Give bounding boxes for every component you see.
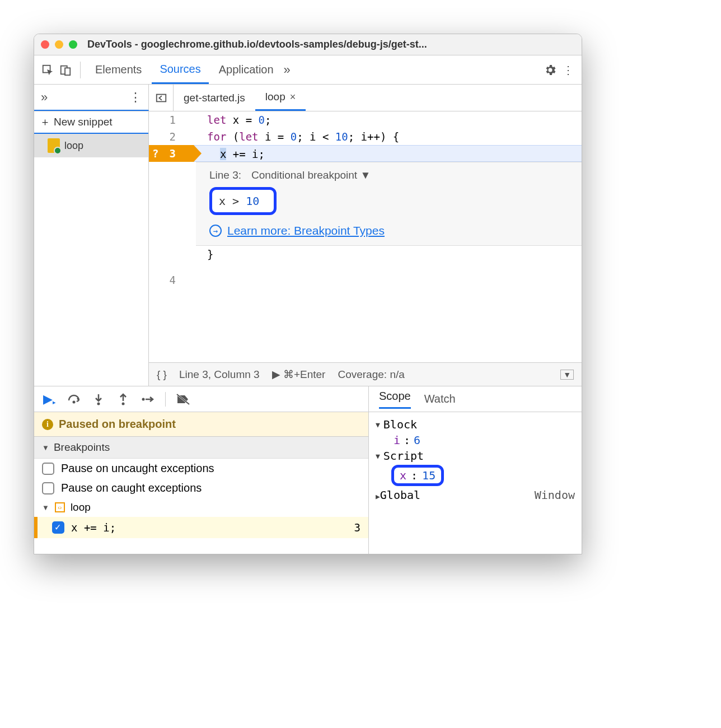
step-over-icon[interactable] — [67, 392, 81, 407]
info-icon: i — [42, 419, 53, 430]
scope-block[interactable]: ▼Block — [376, 417, 575, 432]
paused-text: Paused on breakpoint — [59, 418, 176, 431]
chevron-down-icon: ▼ — [42, 444, 49, 452]
learn-more-link[interactable]: Learn more: Breakpoint Types — [227, 224, 385, 237]
debug-toolbar: ▶▸ — [34, 386, 368, 412]
pause-caught-checkbox[interactable]: Pause on caught exceptions — [34, 478, 368, 498]
sidebar-header: » ⋮ — [34, 85, 149, 111]
file-tab-get-started[interactable]: get-started.js — [174, 85, 255, 111]
file-tab-label: loop — [265, 91, 285, 103]
arrow-right-circle-icon: → — [209, 225, 222, 237]
code-lines[interactable]: let x = 0; for (let i = 0; i < 10; i++) … — [194, 111, 582, 362]
debugger-panel: ▶▸ i Paused on breakpoint ▼ Breakpoints … — [34, 386, 582, 554]
main-body: ＋ New snippet loop 1 2 3 4 let x = 0; — [34, 111, 582, 386]
snippet-file-icon — [48, 138, 60, 153]
window-title: DevTools - googlechrome.github.io/devtoo… — [87, 39, 427, 50]
sidebar-expand-icon[interactable]: » — [41, 90, 48, 105]
titlebar: DevTools - googlechrome.github.io/devtoo… — [34, 34, 582, 55]
run-snippet-hint[interactable]: ▶ ⌘+Enter — [272, 368, 326, 381]
bp-condition-input[interactable]: x > 10 — [209, 187, 277, 215]
step-into-icon[interactable] — [91, 392, 106, 407]
breakpoint-group[interactable]: ▼ ‹› loop — [34, 498, 368, 517]
coverage-status: Coverage: n/a — [338, 368, 404, 381]
resume-icon[interactable]: ▶▸ — [42, 392, 57, 407]
line-number[interactable]: 4 — [149, 272, 194, 288]
breakpoint-entry[interactable]: x += i; 3 — [34, 517, 368, 538]
line-gutter[interactable]: 1 2 3 4 — [149, 111, 194, 362]
svg-point-6 — [122, 402, 125, 405]
pretty-print-icon[interactable]: { } — [157, 368, 167, 381]
more-tabs-icon[interactable]: » — [284, 63, 291, 77]
svg-point-7 — [142, 398, 145, 400]
breakpoint-code: x += i; — [71, 521, 116, 534]
sidebar-menu-icon[interactable]: ⋮ — [129, 90, 142, 105]
new-snippet-button[interactable]: ＋ New snippet — [34, 111, 148, 134]
file-tab-loop[interactable]: loop × — [255, 85, 306, 111]
scope-script[interactable]: ▼Script — [376, 448, 575, 464]
drawer-toggle-icon[interactable]: ▼ — [560, 370, 574, 380]
line-number[interactable]: 2 — [149, 128, 194, 145]
chevron-down-icon: ▼ — [42, 503, 49, 512]
snippet-badge-icon: ‹› — [55, 502, 65, 512]
scope-tabbar: Scope Watch — [369, 386, 582, 412]
svg-rect-2 — [65, 68, 70, 75]
kebab-menu-icon[interactable]: ⋮ — [560, 62, 576, 78]
close-icon[interactable]: × — [290, 91, 296, 103]
svg-point-5 — [97, 402, 100, 405]
code-line: let x = 0; — [194, 111, 582, 128]
breakpoint-editor: Line 3: Conditional breakpoint ▼ x > 10 … — [196, 162, 582, 246]
svg-rect-3 — [156, 94, 166, 101]
nav-back-icon[interactable] — [149, 85, 174, 111]
breakpoint-line: 3 — [354, 521, 360, 534]
code-area[interactable]: 1 2 3 4 let x = 0; for (let i = 0; i < 1… — [149, 111, 582, 362]
svg-point-4 — [73, 400, 76, 403]
file-tab-label: get-started.js — [184, 92, 245, 104]
snippet-item-label: loop — [64, 140, 83, 152]
pause-uncaught-checkbox[interactable]: Pause on uncaught exceptions — [34, 459, 368, 478]
snippet-item-loop[interactable]: loop — [34, 134, 148, 157]
step-icon[interactable] — [141, 392, 155, 407]
maximize-window-icon[interactable] — [69, 40, 77, 49]
line-number-breakpoint[interactable]: 3 — [149, 145, 194, 162]
bp-line-label: Line 3: — [209, 169, 241, 181]
checkbox-checked-icon[interactable] — [52, 521, 64, 534]
step-out-icon[interactable] — [116, 392, 130, 407]
code-editor: 1 2 3 4 let x = 0; for (let i = 0; i < 1… — [149, 111, 582, 386]
plus-icon: ＋ — [40, 115, 50, 129]
scope-var-i: i: 6 — [376, 432, 575, 448]
scope-panel: Scope Watch ▼Block i: 6 ▼Script x: 15 ▶G… — [369, 386, 582, 554]
debug-left: ▶▸ i Paused on breakpoint ▼ Breakpoints … — [34, 386, 369, 554]
editor-statusbar: { } Line 3, Column 3 ▶ ⌘+Enter Coverage:… — [149, 362, 582, 386]
tab-elements[interactable]: Elements — [87, 55, 149, 84]
deactivate-breakpoints-icon[interactable] — [176, 392, 190, 407]
checkbox-icon[interactable] — [42, 482, 54, 494]
code-line: for (let i = 0; i < 10; i++) { — [194, 128, 582, 145]
tab-scope[interactable]: Scope — [379, 390, 411, 409]
checkbox-icon[interactable] — [42, 463, 54, 475]
snippets-sidebar: ＋ New snippet loop — [34, 111, 149, 386]
code-line: } — [194, 246, 582, 263]
close-window-icon[interactable] — [41, 40, 49, 49]
bp-type-dropdown[interactable]: Conditional breakpoint ▼ — [251, 169, 371, 181]
scope-var-x: x: 15 — [376, 464, 575, 487]
gear-icon[interactable] — [542, 62, 558, 78]
tab-sources[interactable]: Sources — [152, 55, 208, 84]
cursor-position: Line 3, Column 3 — [179, 368, 260, 381]
main-tabbar: Elements Sources Application » ⋮ — [34, 55, 582, 85]
inspect-icon[interactable] — [40, 62, 55, 78]
new-snippet-label: New snippet — [54, 116, 113, 128]
tab-application[interactable]: Application — [211, 55, 282, 84]
scope-global[interactable]: ▶Global Window — [376, 487, 575, 503]
window-controls — [41, 40, 77, 49]
line-number[interactable]: 1 — [149, 111, 194, 128]
paused-banner: i Paused on breakpoint — [34, 412, 368, 437]
code-line-active: x += i; — [194, 145, 582, 162]
subheader: » ⋮ get-started.js loop × — [34, 85, 582, 111]
device-toggle-icon[interactable] — [58, 62, 73, 78]
tab-watch[interactable]: Watch — [424, 393, 456, 405]
devtools-window: DevTools - googlechrome.github.io/devtoo… — [34, 34, 582, 554]
scope-tree: ▼Block i: 6 ▼Script x: 15 ▶Global Window — [369, 412, 582, 507]
file-tabbar: get-started.js loop × — [149, 85, 582, 111]
minimize-window-icon[interactable] — [55, 40, 63, 49]
breakpoints-header[interactable]: ▼ Breakpoints — [34, 437, 368, 459]
